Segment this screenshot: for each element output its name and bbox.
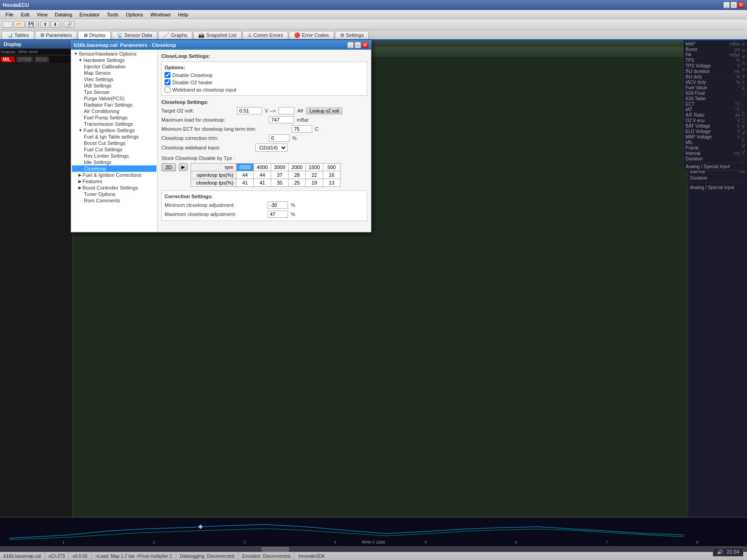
menu-help[interactable]: Help [175,11,192,18]
maximize-btn[interactable]: □ [731,2,737,8]
tps-close-13[interactable]: 13 [323,179,340,187]
expander-fuel-ign: ▼ [78,128,82,133]
rpm-label-2: 2 [153,540,155,545]
tree-map-sensor[interactable]: Map Sensor [72,70,156,76]
tree-closeloop[interactable]: Closeloop [72,165,156,172]
tps-rpm-4000[interactable]: 4000 [254,164,271,171]
dialog-maximize-btn[interactable]: □ [355,42,361,48]
tree-injector-calibration[interactable]: Injector Calibration [72,63,156,70]
tab-graphs[interactable]: 📈 Graphs [158,31,192,39]
min-ect-input[interactable] [292,125,312,133]
tree-transmission[interactable]: Transmission Settings [72,121,156,127]
tps-open-44-2[interactable]: 44 [254,171,271,179]
tree-fuel-ign-table[interactable]: Fuel & Ign Table settings [72,134,156,140]
tree-rev-limiter[interactable]: Rev Limiter Settings [72,153,156,159]
tps-rpm-1500[interactable]: 1500 [306,164,323,171]
rpm-label-4: 4 [334,540,336,545]
tree-boost-controller[interactable]: ▶ Boost Controller Settings [72,185,156,191]
minimize-btn[interactable]: _ [723,2,730,8]
menu-tools[interactable]: Tools [103,11,122,18]
tps-rpm-8000[interactable]: 8000 [237,164,254,171]
menu-view[interactable]: View [33,11,52,18]
menu-edit[interactable]: Edit [17,11,33,18]
tps-rpm-3000[interactable]: 3000 [271,164,288,171]
scrollbar-thumb[interactable] [262,547,289,552]
tps-open-37[interactable]: 37 [271,171,288,179]
toolbar-connect-btn[interactable]: 🔗 [64,21,75,28]
btn-play[interactable]: ▶ [179,163,188,171]
tree-rom-comments[interactable]: Rom Comments [72,197,156,204]
tps-close-25[interactable]: 25 [288,179,306,187]
checkbox-disable-o2[interactable] [165,79,170,85]
tree-purge-valve[interactable]: Purge Valve(PCS) [72,95,156,102]
tab-snapshot[interactable]: 📸 Snapshot List [193,31,242,39]
toolbar-open-btn[interactable]: 📂 [14,21,25,28]
target-o2-afr-input[interactable] [278,107,294,114]
tree-sensor-hardware[interactable]: ▼ Sensor/Hardware Options [72,51,156,57]
lookup-o2-btn[interactable]: Lookup o2 volt [306,108,342,114]
tree-hardware-settings[interactable]: ▼ Hardware Settings [72,57,156,63]
dialog-minimize-btn[interactable]: _ [347,42,354,48]
tree-vtec-settings[interactable]: Vtec Settings [72,76,156,82]
tab-error-codes[interactable]: 🔴 Error Codes [289,31,334,39]
tps-close-41-1[interactable]: 41 [237,179,254,187]
wideband-select[interactable]: O2(d14) [255,144,288,152]
tree-fuel-ignition[interactable]: ▼ Fuel & Ignition Settings [72,127,156,134]
tree-fuel-cut[interactable]: Fuel Cut Settings [72,146,156,153]
menu-windows[interactable]: Windows [147,11,175,18]
tps-close-19[interactable]: 19 [306,179,323,187]
min-closeloop-input[interactable] [268,201,288,209]
menu-emulator[interactable]: Emulator [76,11,103,18]
tps-open-16[interactable]: 16 [323,171,340,179]
tab-tables[interactable]: 📊 Tables [2,31,34,39]
tab-sensor-data[interactable]: 📡 Sensor Data [112,31,157,39]
toolbar-upload-btn[interactable]: ⬆ [41,21,50,28]
max-closeloop-label: Maximum closeloop adjustment: [165,211,265,217]
tree-features[interactable]: ▶ Features [72,178,156,185]
menu-file[interactable]: File [2,11,17,18]
tree-iab-settings[interactable]: IAB Settings [72,82,156,89]
dialog-content: CloseLoop Settings: Options: Disable Clo… [158,50,371,232]
expander-features: ▶ [78,179,82,184]
close-btn[interactable]: ✕ [738,2,744,8]
correction-trim-input[interactable] [269,134,289,142]
toolbar-save-btn[interactable]: 💾 [26,21,36,28]
tree-idle-settings[interactable]: Idle Settings [72,159,156,165]
toolbar-new-btn[interactable]: 📄 [2,21,13,28]
clock-time: 21:04 [726,549,739,555]
scrollbar-horizontal[interactable] [0,546,747,552]
tree-fuel-corrections[interactable]: ▶ Fuel & Ignition Corrections [72,172,156,178]
tps-rpm-500[interactable]: 500 [323,164,340,171]
tree-tps-sensor[interactable]: Tps Sensor [72,89,156,95]
app-title: HondaECU [3,2,29,8]
tab-comm-errors[interactable]: ⚠ Comm Errors [242,31,288,39]
tree-boost-cut[interactable]: Boost Cut Settings [72,140,156,146]
menubar: File Edit View Datalog Emulator Tools Op… [0,10,747,19]
tab-settings[interactable]: ⚙ Settings [335,31,369,39]
menu-datalog[interactable]: Datalog [51,11,76,18]
tps-open-44-1[interactable]: 44 [237,171,254,179]
tps-open-22[interactable]: 22 [306,171,323,179]
checkbox-wideband[interactable] [165,87,170,92]
toolbar-download-btn[interactable]: ⬇ [51,21,60,28]
tps-rpm-2000[interactable]: 2000 [288,164,306,171]
app-window-controls: _ □ ✕ [723,2,744,8]
tree-radiator-fan[interactable]: Radiator Fan Settings [72,102,156,108]
btn-2d[interactable]: 2D [161,163,176,171]
tree-fuel-pump[interactable]: Fuel Pump Settings [72,114,156,121]
tree-air-conditioning[interactable]: Air Conditioning [72,108,156,114]
max-closeloop-input[interactable] [268,211,288,218]
tps-close-35[interactable]: 35 [271,179,288,187]
target-o2-input[interactable] [237,107,262,114]
tab-display[interactable]: 🖥 Display [78,31,111,39]
checkbox-disable-closeloop[interactable] [165,72,170,78]
display-rpm-label: RPM [18,50,27,54]
tab-parameters[interactable]: ⚙ Parameters [35,31,77,39]
tree-tuner-options[interactable]: Tuner Options [72,191,156,197]
right-panel-unit-4: V [742,67,745,72]
menu-options[interactable]: Options [122,11,147,18]
dialog-close-btn[interactable]: ✕ [362,42,368,48]
tps-open-28[interactable]: 28 [288,171,306,179]
tps-close-41-2[interactable]: 41 [254,179,271,187]
max-load-input[interactable] [269,116,294,123]
